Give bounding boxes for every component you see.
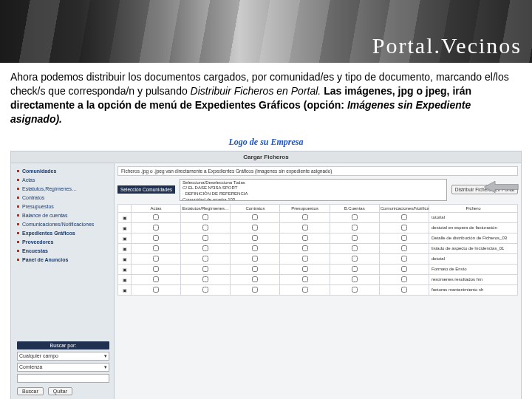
checkbox-bcuentas[interactable] <box>352 214 358 220</box>
checkbox-estatutos[interactable] <box>202 245 208 251</box>
bullet-icon <box>17 188 19 190</box>
table-row: ▣destotal en espera de facturación <box>118 222 518 233</box>
sidebar-item[interactable]: Balance de cuentas <box>17 212 109 219</box>
checkbox-contratos[interactable] <box>252 245 258 251</box>
checkbox-comunicaciones[interactable] <box>401 225 407 231</box>
brand-title: Portal.Vecinos <box>372 33 522 58</box>
row-toggle-icon[interactable]: ▣ <box>123 278 127 282</box>
checkbox-estatutos[interactable] <box>202 235 208 241</box>
checkbox-bcuentas[interactable] <box>352 287 358 293</box>
checkbox-actas[interactable] <box>153 256 159 262</box>
checkbox-bcuentas[interactable] <box>352 276 358 282</box>
filter-mode-select[interactable]: Comienza▾ <box>17 363 109 372</box>
checkbox-presupuestos[interactable] <box>302 245 308 251</box>
checkbox-presupuestos[interactable] <box>302 256 308 262</box>
header-banner: Portal.Vecinos <box>0 0 532 63</box>
checkbox-actas[interactable] <box>153 235 159 241</box>
checkbox-estatutos[interactable] <box>202 256 208 262</box>
checkbox-contratos[interactable] <box>252 235 258 241</box>
sidebar-item[interactable]: Estatutos,Regímenes… <box>17 185 109 192</box>
filter-input[interactable] <box>17 374 109 383</box>
checkbox-comunicaciones[interactable] <box>401 245 407 251</box>
community-listbox[interactable]: Selecciona/Deselecciona Todas C/ EL DASE… <box>180 179 447 201</box>
checkbox-comunicaciones[interactable] <box>401 256 407 262</box>
checkbox-contratos[interactable] <box>252 276 258 282</box>
checkbox-actas[interactable] <box>153 245 159 251</box>
checkbox-comunicaciones[interactable] <box>401 287 407 293</box>
checkbox-actas[interactable] <box>153 214 159 220</box>
checkbox-contratos[interactable] <box>252 225 258 231</box>
filter-field-select[interactable]: Cualquier campo▾ <box>17 352 109 361</box>
row-toggle-icon[interactable]: ▣ <box>123 267 127 272</box>
file-name-cell: Formato de Envío <box>429 264 518 274</box>
checkbox-presupuestos[interactable] <box>302 287 308 293</box>
checkbox-contratos[interactable] <box>252 287 258 293</box>
file-name-cell: resúmenes resultados hm <box>429 274 518 284</box>
checkbox-estatutos[interactable] <box>202 225 208 231</box>
checkbox-bcuentas[interactable] <box>352 266 358 272</box>
sidebar: Comunidades Actas Estatutos,Regímenes… C… <box>11 163 115 399</box>
sidebar-item[interactable]: Panel de Anuncios <box>17 256 109 263</box>
checkbox-presupuestos[interactable] <box>302 276 308 282</box>
app-title: Cargar Ficheros <box>11 151 521 163</box>
row-toggle-icon[interactable]: ▣ <box>123 226 127 231</box>
bullet-icon <box>17 250 19 252</box>
sidebar-item[interactable]: Proveedores <box>17 239 109 245</box>
chevron-down-icon: ▾ <box>104 364 107 370</box>
row-toggle-icon[interactable]: ▣ <box>123 257 127 262</box>
table-row: ▣tutorial <box>118 212 518 222</box>
sidebar-item[interactable]: Expedientes Gráficos <box>17 230 109 236</box>
row-toggle-icon[interactable]: ▣ <box>123 216 127 220</box>
checkbox-contratos[interactable] <box>252 256 258 262</box>
checkbox-actas[interactable] <box>153 276 159 282</box>
table-row: ▣detotal <box>118 253 518 264</box>
checkbox-comunicaciones[interactable] <box>401 266 407 272</box>
table-row: ▣facturas mantenimiento sh <box>118 284 518 295</box>
search-button[interactable]: Buscar <box>17 387 44 395</box>
bullet-icon <box>17 197 19 199</box>
row-toggle-icon[interactable]: ▣ <box>123 288 127 293</box>
community-select-label: Selección Comunidades <box>117 185 175 194</box>
checkbox-bcuentas[interactable] <box>352 245 358 251</box>
checkbox-actas[interactable] <box>153 287 159 293</box>
checkbox-contratos[interactable] <box>252 266 258 272</box>
row-toggle-icon[interactable]: ▣ <box>123 236 127 241</box>
file-name-cell: facturas mantenimiento sh <box>429 284 518 295</box>
checkbox-bcuentas[interactable] <box>352 225 358 231</box>
app-window: Cargar Ficheros Comunidades Actas Estatu… <box>10 151 522 399</box>
sidebar-item[interactable]: Comunicaciones/Notificaciones <box>17 221 109 228</box>
checkbox-presupuestos[interactable] <box>302 266 308 272</box>
checkbox-estatutos[interactable] <box>202 287 208 293</box>
main-panel: Ficheros .jpg o .jpeg van directamente a… <box>115 163 521 399</box>
bullet-icon <box>17 223 19 225</box>
checkbox-presupuestos[interactable] <box>302 235 308 241</box>
table-row: ▣resúmenes resultados hm <box>118 274 518 284</box>
filter-header: Buscar por: <box>17 341 109 349</box>
row-toggle-icon[interactable]: ▣ <box>123 247 127 251</box>
clear-button[interactable]: Quitar <box>48 387 72 395</box>
checkbox-actas[interactable] <box>153 266 159 272</box>
checkbox-comunicaciones[interactable] <box>401 276 407 282</box>
bullet-icon <box>17 179 19 181</box>
checkbox-estatutos[interactable] <box>202 214 208 220</box>
checkbox-comunicaciones[interactable] <box>401 235 407 241</box>
bullet-icon <box>17 170 19 172</box>
checkbox-actas[interactable] <box>153 225 159 231</box>
sidebar-item[interactable]: Contratos <box>17 194 109 201</box>
sidebar-item[interactable]: Actas <box>17 177 109 183</box>
table-header-row: Actas Estatutos/Regímenes… Contratos Pre… <box>118 204 518 212</box>
checkbox-bcuentas[interactable] <box>352 256 358 262</box>
bullet-icon <box>17 259 19 261</box>
checkbox-estatutos[interactable] <box>202 266 208 272</box>
checkbox-contratos[interactable] <box>252 214 258 220</box>
checkbox-estatutos[interactable] <box>202 276 208 282</box>
sidebar-item[interactable]: Comunidades <box>17 168 109 174</box>
sidebar-item[interactable]: Presupuestos <box>17 203 109 210</box>
checkbox-bcuentas[interactable] <box>352 235 358 241</box>
checkbox-presupuestos[interactable] <box>302 225 308 231</box>
file-name-cell: Detalle de distribución de Ficheros_03 <box>429 233 518 243</box>
sidebar-item[interactable]: Encuestas <box>17 248 109 254</box>
checkbox-comunicaciones[interactable] <box>401 214 407 220</box>
checkbox-presupuestos[interactable] <box>302 214 308 220</box>
chevron-down-icon: ▾ <box>104 353 107 359</box>
